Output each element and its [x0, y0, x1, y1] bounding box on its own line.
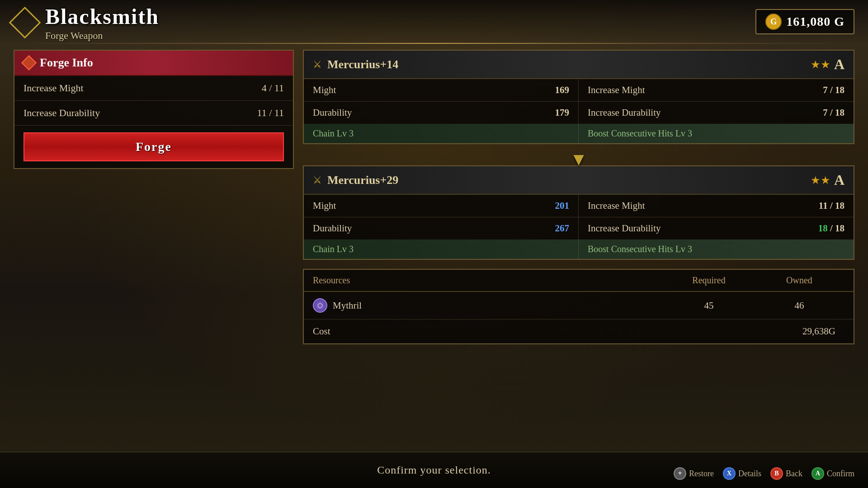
- sword-icon: ⚔: [313, 59, 322, 70]
- right-panel: ⚔ Mercurius+14 ★★ A Might 169 Increase M…: [303, 50, 854, 344]
- details-button-icon: X: [723, 467, 736, 480]
- page-subtitle: Forge Weapon: [45, 30, 159, 42]
- stat-cell-might: Might 169: [304, 79, 579, 102]
- stat-cell-increase-durability: Increase Durability 7 / 18: [579, 102, 854, 124]
- forged-stat-durability-value: 267: [555, 223, 570, 234]
- currency-icon: G: [765, 14, 782, 30]
- forged-weapon-traits: Chain Lv 3 Boost Consecutive Hits Lv 3: [304, 239, 854, 259]
- confirm-control[interactable]: A Confirm: [811, 467, 854, 480]
- current-trait-right: Boost Consecutive Hits Lv 3: [579, 124, 854, 143]
- current-weapon-name-block: ⚔ Mercurius+14: [313, 58, 398, 71]
- forge-panel-header: Forge Info: [14, 51, 293, 76]
- top-bar: Blacksmith Forge Weapon: [0, 0, 868, 45]
- stat-cell-increase-might: Increase Might 7 / 18: [579, 79, 854, 102]
- forged-stat-cell-increase-durability: Increase Durability 18 / 18: [579, 217, 854, 239]
- forge-row-might: Increase Might 4 / 11: [14, 76, 293, 101]
- forged-weapon-header: ⚔ Mercurius+29 ★★ A: [304, 166, 854, 195]
- stat-increase-might-value: 7 / 18: [823, 84, 844, 96]
- forge-gem-icon: [21, 55, 37, 70]
- bottom-message: Confirm your selection.: [377, 464, 491, 476]
- currency-amount: 161,080 G: [786, 14, 844, 29]
- cost-label: Cost: [313, 326, 579, 337]
- forged-stat-increase-durability-value: 18 / 18: [818, 223, 844, 234]
- forged-weapon-name: Mercurius+29: [327, 174, 398, 187]
- cost-row: Cost 29,638G: [304, 319, 854, 343]
- forged-weapon-rank: A: [834, 172, 844, 188]
- mythril-icon: ⬡: [313, 298, 327, 313]
- forged-weapon-stats: Might 201 Increase Might 11 / 18 Durabil…: [304, 195, 854, 239]
- back-button-icon: B: [770, 467, 783, 480]
- header-divider: [14, 43, 854, 44]
- forged-stat-cell-durability: Durability 267: [304, 217, 579, 239]
- forge-row-might-label: Increase Might: [24, 82, 84, 94]
- forge-button[interactable]: Forge: [24, 132, 284, 161]
- forged-trait-right: Boost Consecutive Hits Lv 3: [579, 239, 854, 259]
- cost-value: 29,638G: [579, 326, 844, 337]
- current-weapon-card: ⚔ Mercurius+14 ★★ A Might 169 Increase M…: [303, 50, 854, 144]
- mythril-owned: 46: [754, 300, 844, 311]
- mythril-required: 45: [664, 300, 754, 311]
- confirm-label: Confirm: [827, 469, 854, 479]
- forge-row-durability-label: Increase Durability: [24, 107, 100, 119]
- details-label: Details: [738, 469, 761, 479]
- forged-trait-left: Chain Lv 3: [304, 239, 579, 259]
- current-weapon-stats: Might 169 Increase Might 7 / 18 Durabili…: [304, 79, 854, 124]
- resources-table: Resources Required Owned ⬡ Mythril 45 46…: [303, 269, 854, 344]
- current-weapon-rank-block: ★★ A: [811, 56, 844, 73]
- back-label: Back: [786, 469, 802, 479]
- required-col-header: Required: [664, 275, 754, 286]
- arrow-down-icon: [303, 149, 854, 170]
- forge-panel-title: Forge Info: [40, 56, 93, 70]
- stat-increase-durability-label: Increase Durability: [588, 107, 661, 118]
- stars-icon-2: ★★: [811, 174, 830, 187]
- forged-stat-increase-might-label: Increase Might: [588, 200, 645, 211]
- restore-button-icon: +: [674, 467, 686, 480]
- forged-stat-cell-increase-might: Increase Might 11 / 18: [579, 195, 854, 217]
- back-control[interactable]: B Back: [770, 467, 802, 480]
- restore-label: Restore: [689, 469, 714, 479]
- forged-weapon-rank-block: ★★ A: [811, 172, 844, 188]
- bottom-bar: Confirm your selection. + Restore X Deta…: [0, 452, 868, 488]
- stat-increase-might-label: Increase Might: [588, 84, 645, 96]
- mythril-row: ⬡ Mythril 45 46: [304, 292, 854, 319]
- page-title: Blacksmith: [45, 4, 159, 29]
- forged-weapon-name-block: ⚔ Mercurius+29: [313, 174, 398, 187]
- current-weapon-header: ⚔ Mercurius+14 ★★ A: [304, 51, 854, 79]
- mythril-name-cell: ⬡ Mythril: [313, 298, 664, 313]
- confirm-button-icon: A: [811, 467, 824, 480]
- current-weapon-traits: Chain Lv 3 Boost Consecutive Hits Lv 3: [304, 124, 854, 143]
- forge-info-panel: Forge Info Increase Might 4 / 11 Increas…: [14, 50, 294, 169]
- stat-durability-label: Durability: [313, 107, 352, 118]
- stars-icon: ★★: [811, 58, 830, 71]
- forged-stat-durability-label: Durability: [313, 223, 352, 234]
- details-control[interactable]: X Details: [723, 467, 761, 480]
- currency-display: G 161,080 G: [755, 9, 854, 34]
- stat-might-label: Might: [313, 84, 336, 96]
- current-weapon-name: Mercurius+14: [327, 58, 398, 71]
- stat-durability-value: 179: [555, 107, 570, 118]
- forged-stat-increase-might-value: 11 / 18: [819, 200, 844, 211]
- restore-control[interactable]: + Restore: [674, 467, 714, 480]
- forged-stat-might-label: Might: [313, 200, 336, 211]
- stat-cell-durability: Durability 179: [304, 102, 579, 124]
- forged-stat-increase-durability-label: Increase Durability: [588, 223, 661, 234]
- forge-row-durability-value: 11 / 11: [257, 107, 284, 119]
- diamond-icon: [9, 7, 41, 39]
- mythril-label: Mythril: [333, 300, 362, 311]
- forged-stat-might-value: 201: [555, 200, 570, 211]
- title-block: Blacksmith Forge Weapon: [45, 4, 159, 42]
- current-weapon-rank: A: [834, 56, 844, 73]
- stat-might-value: 169: [555, 84, 570, 96]
- sword-icon-2: ⚔: [313, 174, 322, 186]
- owned-col-header: Owned: [754, 275, 844, 286]
- forged-stat-cell-might: Might 201: [304, 195, 579, 217]
- resources-header: Resources Required Owned: [304, 270, 854, 292]
- stat-increase-durability-value: 7 / 18: [823, 107, 844, 118]
- forge-row-might-value: 4 / 11: [262, 82, 284, 94]
- current-trait-left: Chain Lv 3: [304, 124, 579, 143]
- forge-row-durability: Increase Durability 11 / 11: [14, 101, 293, 126]
- bottom-controls: + Restore X Details B Back A Confirm: [674, 467, 854, 480]
- forged-weapon-card: ⚔ Mercurius+29 ★★ A Might 201 Increase M…: [303, 165, 854, 260]
- resources-col-header: Resources: [313, 275, 664, 286]
